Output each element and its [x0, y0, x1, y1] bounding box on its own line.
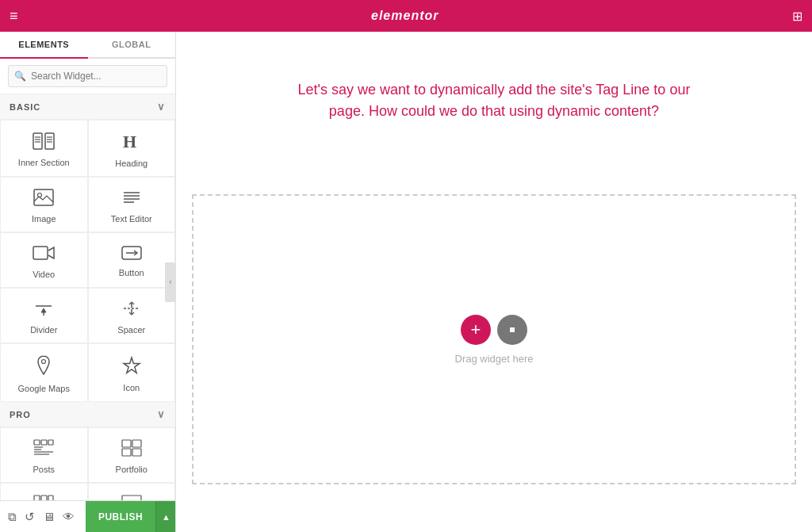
- sidebar-tabs: ELEMENTS GLOBAL: [0, 32, 175, 59]
- widget-label-posts: Posts: [33, 465, 55, 474]
- preview-icon[interactable]: 👁: [63, 510, 75, 523]
- search-icon: 🔍: [14, 71, 26, 82]
- svg-marker-19: [41, 308, 46, 312]
- basic-widget-grid: Inner Section H Heading: [0, 120, 175, 402]
- image-icon: [33, 189, 54, 209]
- section-label-pro: PRO: [10, 410, 31, 419]
- widget-posts[interactable]: Posts: [0, 427, 88, 483]
- add-widget-button[interactable]: +: [461, 315, 491, 345]
- video-icon: [33, 244, 55, 265]
- footer-icons-left: ⧉ ↺ 🖥 👁: [0, 510, 86, 524]
- drag-hint-text: Drag widget here: [455, 353, 534, 365]
- widget-label-portfolio: Portfolio: [116, 465, 147, 474]
- svg-rect-9: [34, 189, 53, 205]
- history-icon[interactable]: ↺: [25, 510, 35, 524]
- grid-icon[interactable]: ⊞: [792, 9, 802, 24]
- tab-elements[interactable]: ELEMENTS: [0, 32, 88, 59]
- divider-icon: [33, 300, 54, 320]
- svg-rect-0: [33, 133, 42, 149]
- instruction-text: Let's say we want to dynamically add the…: [288, 79, 700, 122]
- widget-label-image: Image: [32, 214, 56, 224]
- canvas-area[interactable]: + Drag widget here: [192, 194, 796, 484]
- button-icon: [121, 246, 142, 263]
- footer-bar: ⧉ ↺ 🖥 👁 PUBLISH ▲: [0, 500, 176, 532]
- svg-rect-27: [48, 440, 53, 445]
- widget-settings-button[interactable]: [497, 315, 527, 345]
- publish-arrow-button[interactable]: ▲: [155, 501, 176, 533]
- svg-rect-41: [510, 327, 515, 332]
- svg-rect-34: [122, 449, 131, 456]
- google-maps-icon: [35, 355, 52, 379]
- svg-rect-1: [45, 133, 54, 149]
- hamburger-icon[interactable]: ≡: [10, 8, 18, 25]
- widget-label-button: Button: [119, 268, 144, 277]
- chevron-down-icon: ∨: [157, 101, 166, 113]
- heading-icon: H: [121, 132, 142, 154]
- section-header-pro[interactable]: PRO ∨: [0, 402, 175, 427]
- icon-icon: [122, 356, 141, 378]
- responsive-icon[interactable]: 🖥: [43, 510, 55, 523]
- text-editor-icon: [121, 189, 142, 209]
- svg-rect-25: [34, 440, 40, 445]
- widget-label-divider: Divider: [30, 325, 57, 335]
- svg-text:H: H: [123, 132, 136, 151]
- svg-rect-33: [132, 440, 141, 447]
- widget-video[interactable]: Video: [0, 232, 88, 288]
- widget-google-maps[interactable]: Google Maps: [0, 343, 88, 402]
- widget-heading[interactable]: H Heading: [88, 120, 176, 177]
- widget-button[interactable]: Button: [88, 232, 176, 288]
- drag-widget-controls: +: [461, 315, 527, 345]
- widget-label-inner-section: Inner Section: [18, 158, 70, 167]
- collapse-handle[interactable]: ‹: [165, 262, 176, 302]
- widget-inner-section[interactable]: Inner Section: [0, 120, 88, 177]
- sidebar: ELEMENTS GLOBAL 🔍 BASIC ∨: [0, 32, 176, 532]
- widget-spacer[interactable]: Spacer: [88, 288, 176, 343]
- widget-label-video: Video: [33, 270, 55, 279]
- svg-point-10: [38, 193, 42, 197]
- tab-global[interactable]: GLOBAL: [88, 32, 176, 57]
- svg-rect-32: [122, 440, 131, 447]
- chevron-down-icon-pro: ∨: [157, 408, 166, 420]
- widget-label-heading: Heading: [115, 159, 147, 168]
- widgets-scroll-area: BASIC ∨: [0, 94, 175, 532]
- svg-rect-26: [41, 440, 47, 445]
- posts-icon: [33, 439, 54, 460]
- widget-icon[interactable]: Icon: [88, 343, 176, 402]
- sidebar-search: 🔍: [0, 59, 175, 94]
- spacer-icon: [121, 300, 142, 320]
- footer-publish-group: PUBLISH ▲: [86, 501, 176, 533]
- svg-rect-35: [132, 449, 141, 456]
- main-layout: ELEMENTS GLOBAL 🔍 BASIC ∨: [0, 32, 812, 532]
- widget-text-editor[interactable]: Text Editor: [88, 177, 176, 232]
- widget-label-icon: Icon: [123, 383, 140, 392]
- widget-divider[interactable]: Divider: [0, 288, 88, 343]
- svg-point-24: [42, 360, 46, 364]
- portfolio-icon: [121, 439, 142, 460]
- widget-label-google-maps: Google Maps: [18, 384, 70, 393]
- search-input[interactable]: [8, 65, 167, 87]
- widget-label-spacer: Spacer: [117, 325, 145, 335]
- logo: elementor: [371, 9, 439, 23]
- widget-label-text-editor: Text Editor: [111, 214, 152, 224]
- section-label-basic: BASIC: [10, 102, 40, 112]
- inner-section-icon: [33, 132, 55, 153]
- widget-portfolio[interactable]: Portfolio: [88, 427, 176, 483]
- top-bar: ≡ elementor ⊞: [0, 0, 812, 32]
- section-header-basic[interactable]: BASIC ∨: [0, 94, 175, 120]
- content-area: Let's say we want to dynamically add the…: [176, 32, 812, 532]
- svg-rect-15: [33, 247, 48, 259]
- layers-icon[interactable]: ⧉: [8, 510, 17, 524]
- publish-button[interactable]: PUBLISH: [86, 501, 155, 533]
- widget-image[interactable]: Image: [0, 177, 88, 232]
